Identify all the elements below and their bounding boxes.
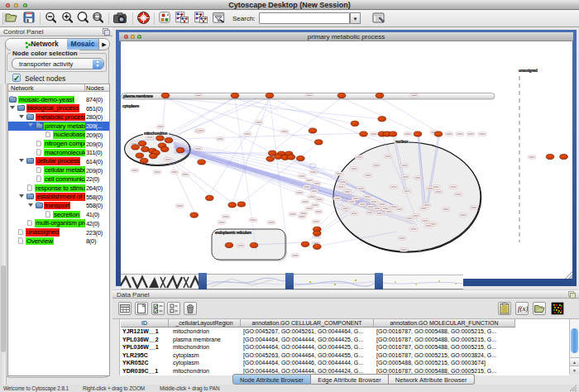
svg-text:plasma membrane: plasma membrane (123, 94, 154, 98)
svg-text:f(x): f(x) (518, 304, 528, 313)
svg-text:nucleus: nucleus (395, 140, 409, 144)
svg-text:unassigned: unassigned (519, 69, 538, 73)
svg-text:endoplasmic reticulum: endoplasmic reticulum (215, 231, 251, 235)
svg-text:mitochondrion: mitochondrion (144, 131, 168, 136)
svg-text:cytoplasm: cytoplasm (122, 104, 139, 108)
